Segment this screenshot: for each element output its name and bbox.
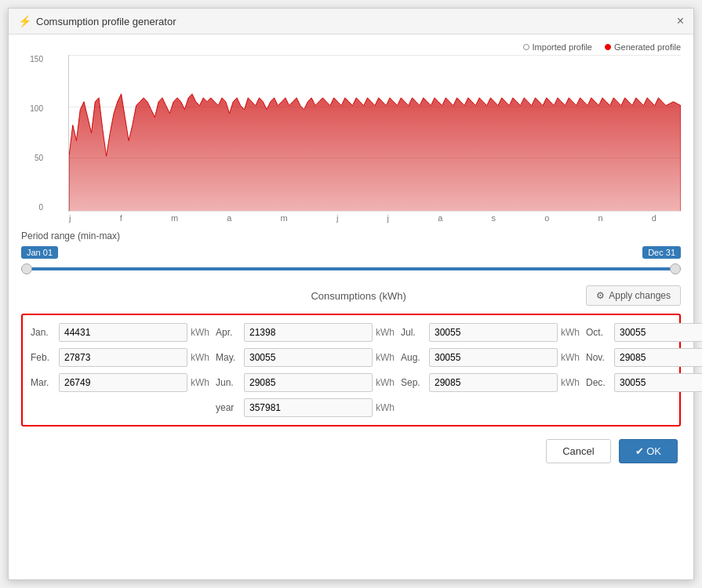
jun-label: Jun. [216,377,241,388]
x-label-m1: m [171,213,178,223]
dialog-header: ⚡ Comsumption profile generator × [9,9,693,34]
range-labels: Jan 01 Dec 31 [21,246,681,259]
range-end-label: Dec 31 [642,246,681,259]
imported-dot [523,44,529,50]
mar-label: Mar. [31,377,56,388]
mar-input[interactable] [59,373,187,392]
month-row-sep: Sep. kWh [401,373,580,392]
jun-unit: kWh [376,377,395,388]
aug-unit: kWh [561,352,580,363]
generated-label: Generated profile [614,42,681,52]
empty-cell-2 [401,398,580,417]
dec-label: Dec. [586,377,611,388]
chart-area: Imported profile Generated profile 150 1… [9,34,693,223]
month-row-apr: Apr. kWh [216,323,395,342]
x-label-a1: a [227,213,231,223]
range-track [21,267,681,270]
jul-unit: kWh [561,327,580,338]
jun-input[interactable] [244,373,373,392]
x-label-o: o [544,213,549,223]
close-button[interactable]: × [677,15,684,27]
y-label-100: 100 [21,104,43,113]
cancel-button[interactable]: Cancel [546,439,610,463]
oct-input[interactable] [614,323,702,342]
jan-input[interactable] [59,323,187,342]
jul-input[interactable] [429,323,558,342]
chart-x-labels: j f m a m j j a s o n d [45,213,681,223]
aug-input[interactable] [429,348,558,367]
month-row-feb: Feb. kWh [31,348,209,367]
feb-label: Feb. [31,352,56,363]
nov-input[interactable] [614,348,702,367]
x-label-f: f [120,213,122,223]
jan-label: Jan. [31,327,56,338]
jan-unit: kWh [191,327,209,338]
year-input[interactable] [244,398,373,417]
may-input[interactable] [244,348,373,367]
gear-icon: ⚙ [596,290,605,301]
generated-legend-item: Generated profile [605,42,681,52]
chart-y-labels: 150 100 50 0 [21,55,43,212]
apr-input[interactable] [244,323,373,342]
period-range-section: Period range (min-max) Jan 01 Dec 31 [9,223,693,276]
y-label-0: 0 [21,203,43,212]
apr-unit: kWh [376,327,395,338]
footer-buttons: Cancel ✔ OK [9,426,693,476]
year-unit: kWh [376,402,395,413]
empty-cell-1 [31,398,209,417]
x-label-d: d [652,213,657,223]
month-row-may: May. kWh [216,348,395,367]
x-label-j1: j [69,213,71,223]
feb-unit: kWh [191,352,209,363]
apply-changes-button[interactable]: ⚙ Apply changes [586,285,681,306]
range-slider[interactable] [21,262,681,276]
month-row-nov: Nov. kWh [586,348,702,367]
jul-label: Jul. [401,327,426,338]
month-row-dec: Dec. kWh [586,373,702,392]
range-start-label: Jan 01 [21,246,58,259]
dec-input[interactable] [614,373,702,392]
year-label: year [216,402,241,413]
consumptions-title: Consumptions (kWh) [131,290,586,302]
y-label-50: 50 [21,154,43,162]
month-row-jul: Jul. kWh [401,323,580,342]
apply-changes-label: Apply changes [609,290,671,301]
month-row-aug: Aug. kWh [401,348,580,367]
may-label: May. [216,352,241,363]
apr-label: Apr. [216,327,241,338]
may-unit: kWh [376,352,395,363]
x-label-j3: j [387,213,389,223]
lightning-icon: ⚡ [18,15,31,27]
month-row-jun: Jun. kWh [216,373,395,392]
generated-dot [605,44,611,50]
month-row-mar: Mar. kWh [31,373,209,392]
y-label-150: 150 [21,55,43,64]
consumptions-header: Consumptions (kWh) ⚙ Apply changes [21,285,681,306]
year-row: year kWh [216,398,395,417]
consumption-profile-dialog: ⚡ Comsumption profile generator × Import… [8,8,694,580]
period-range-label: Period range (min-max) [21,230,681,241]
aug-label: Aug. [401,352,426,363]
x-label-j2: j [336,213,338,223]
sep-label: Sep. [401,377,426,388]
imported-legend-item: Imported profile [523,42,592,52]
range-thumb-left[interactable] [21,263,32,274]
dialog-title: ⚡ Comsumption profile generator [18,15,176,27]
oct-label: Oct. [586,327,611,338]
range-thumb-right[interactable] [670,263,681,274]
title-text: Comsumption profile generator [36,16,176,27]
imported-label: Imported profile [533,42,592,52]
x-label-a2: a [438,213,442,223]
x-label-m2: m [281,213,288,223]
ok-button[interactable]: ✔ OK [619,439,678,463]
nov-label: Nov. [586,352,611,363]
month-row-jan: Jan. kWh [31,323,209,342]
chart-container [68,55,681,212]
sep-input[interactable] [429,373,558,392]
grid-line-0 [69,211,681,212]
feb-input[interactable] [59,348,187,367]
empty-cell-3 [586,398,702,417]
sep-unit: kWh [561,377,580,388]
chart-svg [69,55,681,211]
consumptions-grid: Jan. kWh Apr. kWh Jul. kWh Oct. [31,323,671,417]
